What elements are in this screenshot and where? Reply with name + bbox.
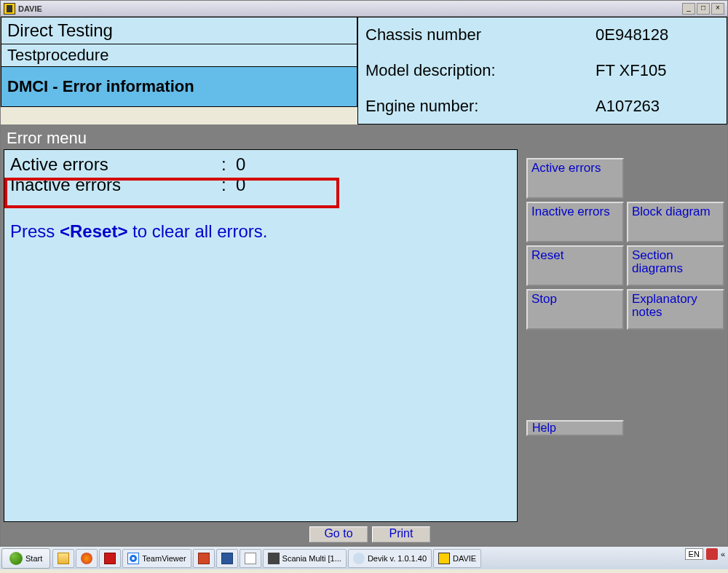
reset-button[interactable]: Reset [526,245,624,286]
side-button-panel: Active errors Inactive errors Block diag… [523,127,727,545]
wrench-icon [268,553,280,564]
taskbar-item-scania[interactable]: Scania Multi [1... [263,549,347,568]
app-window: DAVIE _ □ × Direct Testing Testprocedure… [0,0,728,546]
vehicle-info-panel: Chassis number 0E948128 Model descriptio… [357,17,727,125]
bottom-button-row: Go to Print [4,526,518,542]
print-button[interactable]: Print [372,526,430,542]
system-tray: EN « [685,548,725,560]
error-body: Active errors : 0 Inactive errors : 0 Pr… [4,149,518,522]
window-title: DAVIE [18,4,682,13]
engine-value: A107263 [596,93,719,119]
taskbar-item-app[interactable] [99,549,121,568]
windows-orb-icon [9,552,23,565]
breadcrumb: Direct Testing Testprocedure DMCI - Erro… [1,17,357,125]
active-errors-label: Active errors [10,154,221,175]
help-button[interactable]: Help [526,420,624,436]
block-diagram-button[interactable]: Block diagram [627,202,724,242]
paint-icon [245,553,256,564]
taskbar-item-explorer[interactable] [52,549,74,568]
inactive-errors-value: 0 [236,175,245,195]
powerpoint-icon [198,553,210,564]
reset-instruction: Press <Reset> to clear all errors. [10,221,511,242]
explanatory-notes-button[interactable]: Explanatory notes [627,289,724,330]
inactive-errors-label: Inactive errors [10,175,221,195]
taskbar-item-firefox[interactable] [76,549,98,568]
tray-chevron-icon[interactable]: « [721,550,725,558]
app-icon [4,3,15,15]
taskbar-item-davie[interactable]: DAVIE [433,549,481,568]
red-app-icon [104,553,116,564]
engine-label: Engine number: [365,93,596,119]
taskbar-item-word[interactable] [216,549,238,568]
titlebar: DAVIE _ □ × [1,1,727,17]
taskbar-item-devik[interactable]: Devik v. 1.0.1.40 [348,549,432,568]
language-indicator[interactable]: EN [685,548,703,560]
error-menu-title: Error menu [4,127,518,149]
main-area: Error menu Active errors : 0 Inactive er… [1,127,727,545]
active-errors-row: Active errors : 0 [10,154,511,175]
breadcrumb-level1[interactable]: Direct Testing [1,17,357,44]
stop-button[interactable]: Stop [526,289,624,330]
breadcrumb-level3[interactable]: DMCI - Error information [1,67,357,107]
teamviewer-icon [127,553,139,564]
goto-button[interactable]: Go to [309,526,368,542]
folder-icon [58,553,69,564]
start-button[interactable]: Start [1,548,50,569]
firefox-icon [81,553,92,564]
tray-icon[interactable] [706,548,718,560]
content-column: Error menu Active errors : 0 Inactive er… [1,127,521,545]
active-errors-button[interactable]: Active errors [526,158,624,199]
model-value: FT XF105 [596,58,719,83]
taskbar-item-paint[interactable] [240,549,261,568]
taskbar-item-powerpoint[interactable] [193,549,215,568]
maximize-button[interactable]: □ [697,3,710,15]
section-diagrams-button[interactable]: Section diagrams [627,245,724,286]
breadcrumb-level2[interactable]: Testprocedure [1,44,357,67]
word-icon [221,553,233,564]
active-errors-value: 0 [236,154,245,175]
header: Direct Testing Testprocedure DMCI - Erro… [1,17,727,127]
taskbar: Start TeamViewer Scania Multi [1... Devi… [0,546,728,569]
chassis-label: Chassis number [365,22,596,47]
close-button[interactable]: × [711,3,724,15]
minimize-button[interactable]: _ [682,3,695,15]
chassis-value: 0E948128 [596,22,719,47]
model-label: Model description: [365,58,596,83]
inactive-errors-row: Inactive errors : 0 [10,175,511,195]
inactive-errors-button[interactable]: Inactive errors [526,202,624,242]
taskbar-item-teamviewer[interactable]: TeamViewer [122,549,191,568]
davie-icon [438,553,450,564]
eye-icon [353,553,365,564]
